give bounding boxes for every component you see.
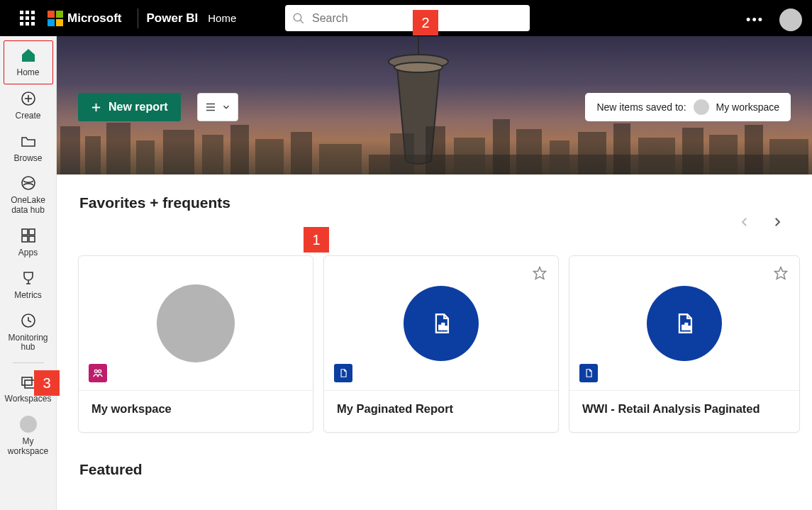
card-title: WWI - Retail Analysis Paginated (569, 391, 799, 427)
saved-location-pill[interactable]: New items saved to: My workspace (585, 93, 791, 121)
svg-rect-7 (29, 229, 35, 235)
view-switcher-dropdown[interactable] (197, 93, 238, 121)
svg-rect-35 (638, 138, 675, 174)
user-avatar[interactable] (779, 9, 802, 31)
saved-to-target: My workspace (716, 101, 779, 113)
microsoft-brand-block: Microsoft (48, 11, 122, 26)
chevron-down-icon (221, 102, 231, 112)
folder-icon (20, 133, 37, 150)
svg-point-45 (94, 370, 97, 372)
svg-rect-8 (22, 236, 28, 242)
brand-label: Microsoft (67, 11, 122, 26)
nav-metrics[interactable]: Metrics (4, 264, 52, 306)
svg-rect-31 (516, 129, 542, 174)
nav-browse[interactable]: Browse (4, 127, 52, 170)
favorite-star-icon[interactable] (774, 266, 788, 283)
paginated-circle-icon (647, 286, 722, 361)
svg-rect-48 (439, 325, 441, 329)
svg-rect-28 (426, 126, 445, 174)
nav-home-label: Home (16, 68, 39, 78)
section-title-favorites: Favorites + frequents (79, 194, 812, 211)
paginated-type-badge (579, 364, 598, 382)
svg-rect-49 (442, 323, 444, 330)
svg-rect-16 (60, 126, 80, 174)
workspace-type-badge (89, 364, 107, 382)
product-label: Power BI (147, 11, 199, 26)
more-options-icon[interactable]: ••• (746, 13, 764, 28)
header-divider (138, 9, 138, 28)
svg-rect-39 (769, 139, 808, 174)
svg-rect-33 (578, 132, 606, 174)
microsoft-logo-icon (48, 11, 63, 26)
paginated-type-badge (334, 364, 352, 382)
svg-marker-47 (534, 267, 546, 279)
workspace-avatar-large (157, 284, 235, 362)
svg-rect-34 (613, 123, 630, 174)
svg-rect-32 (550, 140, 569, 174)
list-view-icon (204, 101, 217, 113)
svg-rect-18 (106, 123, 130, 174)
workspace-avatar-icon (20, 416, 37, 433)
svg-rect-23 (255, 139, 284, 174)
svg-rect-17 (85, 136, 101, 174)
svg-rect-52 (682, 325, 684, 329)
card-title: My workspace (79, 391, 313, 427)
svg-rect-22 (230, 125, 249, 174)
svg-rect-27 (390, 133, 414, 174)
svg-rect-9 (29, 236, 35, 242)
page-prev-icon[interactable] (738, 216, 751, 228)
annotation-2: 2 (413, 10, 438, 35)
nav-my-workspace[interactable]: My workspace (4, 410, 52, 462)
app-launcher-icon[interactable] (20, 11, 35, 26)
paginated-circle-icon (404, 286, 479, 361)
annotation-1: 1 (304, 227, 329, 253)
svg-rect-25 (319, 144, 362, 174)
svg-point-15 (394, 62, 443, 72)
svg-line-1 (300, 20, 304, 23)
hero-banner: New report New items saved to: My worksp… (57, 36, 812, 174)
apps-icon (20, 227, 37, 244)
trophy-icon (20, 270, 37, 287)
skyline-graphic (57, 119, 812, 174)
monitoring-icon (20, 312, 37, 329)
card-paginated-report-1[interactable]: My Paginated Report (323, 255, 559, 433)
plus-circle-icon (20, 90, 37, 107)
nav-apps[interactable]: Apps (4, 221, 52, 264)
svg-rect-21 (202, 135, 223, 174)
svg-rect-50 (445, 326, 447, 329)
saved-to-label: New items saved to: (596, 101, 686, 113)
nav-home[interactable]: Home (4, 41, 52, 84)
svg-rect-53 (685, 323, 687, 330)
global-search[interactable] (285, 5, 530, 31)
svg-rect-37 (709, 135, 738, 174)
card-title: My Paginated Report (324, 391, 558, 427)
nav-monitoring[interactable]: Monitoring hub (4, 306, 52, 359)
workspace-dot-icon (694, 99, 709, 115)
svg-rect-30 (493, 119, 510, 174)
plus-icon (91, 102, 101, 113)
svg-rect-6 (22, 229, 28, 235)
annotation-3: 3 (34, 370, 60, 396)
page-next-icon[interactable] (771, 216, 784, 228)
nav-create[interactable]: Create (4, 84, 52, 127)
favorite-star-icon[interactable] (533, 266, 547, 283)
favorites-cards-row: My workspace My Paginated Report (78, 255, 812, 433)
left-nav: Home Create Browse OneLake data hub Apps… (0, 36, 57, 510)
svg-rect-20 (163, 130, 194, 174)
new-report-button[interactable]: New report (78, 93, 181, 121)
svg-marker-51 (775, 267, 787, 279)
search-icon (292, 12, 305, 25)
svg-rect-12 (25, 380, 35, 388)
new-report-label: New report (109, 101, 168, 113)
breadcrumb[interactable]: Home (208, 12, 236, 24)
onelake-icon (20, 174, 37, 192)
card-paginated-report-2[interactable]: WWI - Retail Analysis Paginated (569, 255, 800, 433)
svg-rect-19 (136, 140, 155, 174)
svg-rect-11 (22, 377, 32, 385)
svg-point-0 (294, 13, 301, 21)
card-my-workspace[interactable]: My workspace (78, 255, 313, 433)
svg-rect-29 (454, 138, 485, 174)
nav-separator (13, 362, 44, 363)
global-header: Microsoft Power BI Home ••• (0, 0, 812, 36)
nav-onelake[interactable]: OneLake data hub (4, 169, 52, 221)
